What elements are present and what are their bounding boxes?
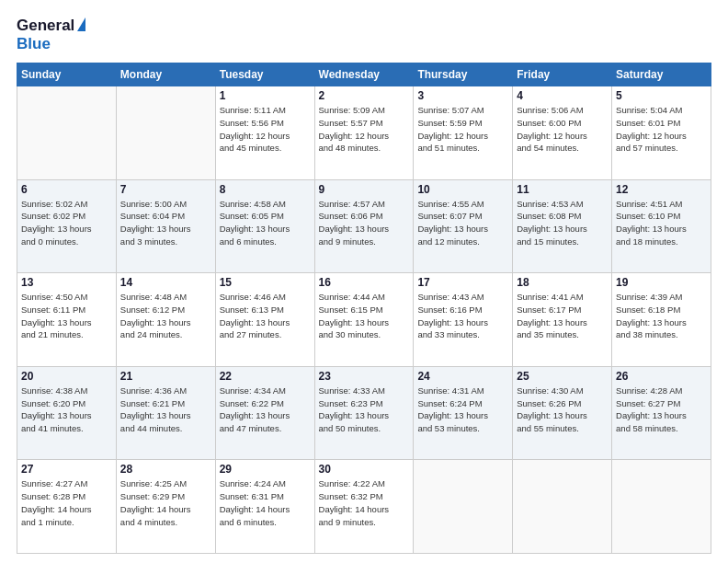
day-number: 2: [319, 89, 410, 102]
calendar-cell: 14Sunrise: 4:48 AM Sunset: 6:12 PM Dayli…: [116, 273, 215, 367]
day-info: Sunrise: 5:09 AM Sunset: 5:57 PM Dayligh…: [319, 104, 410, 155]
calendar-cell: 23Sunrise: 4:33 AM Sunset: 6:23 PM Dayli…: [314, 366, 414, 460]
day-number: 10: [417, 183, 508, 196]
calendar-cell: 19Sunrise: 4:39 AM Sunset: 6:18 PM Dayli…: [612, 273, 711, 367]
day-info: Sunrise: 4:46 AM Sunset: 6:13 PM Dayligh…: [220, 291, 311, 341]
day-number: 5: [616, 89, 707, 102]
col-header-thursday: Thursday: [414, 63, 513, 86]
day-number: 29: [220, 463, 311, 476]
day-info: Sunrise: 4:51 AM Sunset: 6:10 PM Dayligh…: [616, 198, 707, 248]
calendar-week-row: 13Sunrise: 4:50 AM Sunset: 6:11 PM Dayli…: [17, 273, 711, 367]
col-header-friday: Friday: [513, 63, 612, 86]
day-number: 27: [21, 463, 112, 476]
day-number: 3: [417, 89, 508, 102]
calendar-cell: 7Sunrise: 5:00 AM Sunset: 6:04 PM Daylig…: [116, 179, 215, 273]
day-number: 28: [120, 463, 211, 476]
day-number: 30: [319, 463, 410, 476]
day-number: 12: [616, 183, 707, 196]
day-number: 17: [417, 276, 508, 289]
calendar-cell: 1Sunrise: 5:11 AM Sunset: 5:56 PM Daylig…: [215, 86, 314, 180]
day-number: 9: [319, 183, 410, 196]
day-info: Sunrise: 4:55 AM Sunset: 6:07 PM Dayligh…: [417, 198, 508, 248]
calendar-cell: [116, 86, 215, 180]
calendar-cell: 28Sunrise: 4:25 AM Sunset: 6:29 PM Dayli…: [116, 460, 215, 554]
day-number: 11: [517, 183, 608, 196]
logo-general: General: [17, 17, 74, 35]
day-number: 22: [220, 370, 311, 383]
day-number: 7: [120, 183, 211, 196]
day-number: 13: [21, 276, 112, 289]
col-header-saturday: Saturday: [612, 63, 711, 86]
day-info: Sunrise: 5:00 AM Sunset: 6:04 PM Dayligh…: [120, 198, 211, 248]
day-info: Sunrise: 4:34 AM Sunset: 6:22 PM Dayligh…: [220, 385, 311, 435]
day-number: 26: [616, 370, 707, 383]
day-number: 4: [517, 89, 608, 102]
day-info: Sunrise: 4:24 AM Sunset: 6:31 PM Dayligh…: [220, 477, 311, 528]
calendar-body: 1Sunrise: 5:11 AM Sunset: 5:56 PM Daylig…: [17, 86, 711, 554]
day-number: 21: [120, 370, 211, 383]
calendar-week-row: 6Sunrise: 5:02 AM Sunset: 6:02 PM Daylig…: [17, 179, 711, 273]
day-info: Sunrise: 4:43 AM Sunset: 6:16 PM Dayligh…: [417, 291, 508, 341]
calendar-cell: 12Sunrise: 4:51 AM Sunset: 6:10 PM Dayli…: [612, 179, 711, 273]
day-info: Sunrise: 5:02 AM Sunset: 6:02 PM Dayligh…: [21, 198, 112, 248]
col-header-monday: Monday: [116, 63, 215, 86]
day-info: Sunrise: 4:22 AM Sunset: 6:32 PM Dayligh…: [319, 477, 410, 528]
calendar-cell: 20Sunrise: 4:38 AM Sunset: 6:20 PM Dayli…: [17, 366, 117, 460]
calendar-cell: [414, 460, 513, 554]
day-info: Sunrise: 5:04 AM Sunset: 6:01 PM Dayligh…: [616, 104, 707, 155]
page: General Blue SundayMondayTuesdayWednesda…: [0, 0, 728, 563]
calendar-cell: 18Sunrise: 4:41 AM Sunset: 6:17 PM Dayli…: [513, 273, 612, 367]
day-info: Sunrise: 4:58 AM Sunset: 6:05 PM Dayligh…: [220, 198, 311, 248]
day-info: Sunrise: 4:28 AM Sunset: 6:27 PM Dayligh…: [616, 385, 707, 435]
calendar-cell: 27Sunrise: 4:27 AM Sunset: 6:28 PM Dayli…: [17, 460, 117, 554]
calendar-cell: 9Sunrise: 4:57 AM Sunset: 6:06 PM Daylig…: [314, 179, 414, 273]
col-header-wednesday: Wednesday: [314, 63, 414, 86]
calendar-header-row: SundayMondayTuesdayWednesdayThursdayFrid…: [17, 63, 711, 86]
calendar-cell: 24Sunrise: 4:31 AM Sunset: 6:24 PM Dayli…: [414, 366, 513, 460]
logo: General Blue: [17, 17, 85, 53]
day-number: 25: [517, 370, 608, 383]
header: General Blue: [17, 17, 711, 53]
calendar-table: SundayMondayTuesdayWednesdayThursdayFrid…: [17, 63, 711, 554]
day-info: Sunrise: 4:41 AM Sunset: 6:17 PM Dayligh…: [517, 291, 608, 341]
col-header-sunday: Sunday: [17, 63, 117, 86]
logo-blue: Blue: [17, 35, 51, 52]
day-info: Sunrise: 4:53 AM Sunset: 6:08 PM Dayligh…: [517, 198, 608, 248]
calendar-cell: 13Sunrise: 4:50 AM Sunset: 6:11 PM Dayli…: [17, 273, 117, 367]
day-number: 14: [120, 276, 211, 289]
calendar-cell: 29Sunrise: 4:24 AM Sunset: 6:31 PM Dayli…: [215, 460, 314, 554]
day-number: 1: [220, 89, 311, 102]
day-info: Sunrise: 4:39 AM Sunset: 6:18 PM Dayligh…: [616, 291, 707, 341]
day-number: 15: [220, 276, 311, 289]
calendar-cell: [513, 460, 612, 554]
day-info: Sunrise: 4:48 AM Sunset: 6:12 PM Dayligh…: [120, 291, 211, 341]
day-number: 8: [220, 183, 311, 196]
calendar-cell: 8Sunrise: 4:58 AM Sunset: 6:05 PM Daylig…: [215, 179, 314, 273]
day-number: 23: [319, 370, 410, 383]
day-info: Sunrise: 4:31 AM Sunset: 6:24 PM Dayligh…: [417, 385, 508, 435]
calendar-cell: 16Sunrise: 4:44 AM Sunset: 6:15 PM Dayli…: [314, 273, 414, 367]
calendar-cell: 11Sunrise: 4:53 AM Sunset: 6:08 PM Dayli…: [513, 179, 612, 273]
day-info: Sunrise: 4:50 AM Sunset: 6:11 PM Dayligh…: [21, 291, 112, 341]
day-number: 6: [21, 183, 112, 196]
calendar-cell: 15Sunrise: 4:46 AM Sunset: 6:13 PM Dayli…: [215, 273, 314, 367]
calendar-week-row: 20Sunrise: 4:38 AM Sunset: 6:20 PM Dayli…: [17, 366, 711, 460]
day-number: 16: [319, 276, 410, 289]
day-info: Sunrise: 5:06 AM Sunset: 6:00 PM Dayligh…: [517, 104, 608, 155]
day-number: 19: [616, 276, 707, 289]
logo-triangle-icon: [77, 17, 85, 31]
calendar-cell: 4Sunrise: 5:06 AM Sunset: 6:00 PM Daylig…: [513, 86, 612, 180]
calendar-cell: 6Sunrise: 5:02 AM Sunset: 6:02 PM Daylig…: [17, 179, 117, 273]
calendar-cell: [17, 86, 117, 180]
calendar-cell: 30Sunrise: 4:22 AM Sunset: 6:32 PM Dayli…: [314, 460, 414, 554]
day-info: Sunrise: 4:25 AM Sunset: 6:29 PM Dayligh…: [120, 477, 211, 528]
day-info: Sunrise: 4:33 AM Sunset: 6:23 PM Dayligh…: [319, 385, 410, 435]
day-info: Sunrise: 4:36 AM Sunset: 6:21 PM Dayligh…: [120, 385, 211, 435]
calendar-cell: 25Sunrise: 4:30 AM Sunset: 6:26 PM Dayli…: [513, 366, 612, 460]
day-info: Sunrise: 4:27 AM Sunset: 6:28 PM Dayligh…: [21, 477, 112, 528]
calendar-week-row: 27Sunrise: 4:27 AM Sunset: 6:28 PM Dayli…: [17, 460, 711, 554]
day-info: Sunrise: 4:57 AM Sunset: 6:06 PM Dayligh…: [319, 198, 410, 248]
calendar-cell: [612, 460, 711, 554]
day-number: 24: [417, 370, 508, 383]
day-number: 18: [517, 276, 608, 289]
